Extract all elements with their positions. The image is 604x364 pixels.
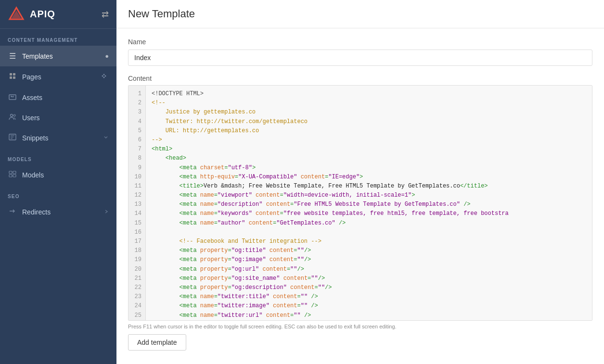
svg-rect-16 <box>13 171 16 174</box>
sidebar-item-snippets[interactable]: Snippets <box>0 128 116 148</box>
pages-icon <box>8 72 17 82</box>
content-area: Name Content 123456789101112131415161718… <box>116 28 604 364</box>
sidebar-header: APIQ ⇄ <box>0 0 116 29</box>
logo-area: APIQ <box>8 6 55 23</box>
svg-point-13 <box>13 114 15 116</box>
pages-sub-icon <box>99 73 109 81</box>
users-icon <box>8 113 17 122</box>
sidebar-item-snippets-label: Snippets <box>22 134 48 142</box>
sidebar: APIQ ⇄ CONTENT MANAGEMENT ☰ Templates ● … <box>0 0 116 364</box>
section-seo-label: SEO <box>0 185 116 202</box>
section-models-label: MODELS <box>0 148 116 165</box>
templates-arrow-icon: ● <box>105 52 109 60</box>
svg-rect-3 <box>13 73 15 75</box>
svg-point-7 <box>103 74 105 75</box>
logo-text: APIQ <box>30 9 55 20</box>
section-content-management-label: CONTENT MANAGEMENT <box>0 29 116 46</box>
svg-point-9 <box>103 77 105 78</box>
svg-rect-15 <box>9 171 12 174</box>
main-content: New Template Name Content 12345678910111… <box>116 0 604 364</box>
editor-footer: Press F11 when cursor is in the editor t… <box>128 321 592 334</box>
svg-point-11 <box>11 96 12 97</box>
svg-rect-4 <box>10 76 12 79</box>
content-label: Content <box>128 75 592 82</box>
redirects-arrow-icon <box>103 209 109 216</box>
add-template-button[interactable]: Add template <box>128 334 186 351</box>
line-numbers: 1234567891011121314151617181920212223242… <box>129 86 146 321</box>
snippets-arrow-icon <box>103 135 109 142</box>
page-title: New Template <box>128 8 592 20</box>
sidebar-toggle-icon[interactable]: ⇄ <box>102 9 109 20</box>
sidebar-item-pages[interactable]: Pages <box>0 66 116 88</box>
assets-icon <box>8 93 17 102</box>
sidebar-item-users-label: Users <box>22 114 40 122</box>
svg-point-6 <box>102 75 103 77</box>
redirects-icon <box>8 208 17 216</box>
name-label: Name <box>128 38 592 46</box>
models-icon <box>8 171 17 179</box>
sidebar-item-templates[interactable]: ☰ Templates ● <box>0 46 116 66</box>
svg-rect-5 <box>13 76 15 79</box>
svg-point-12 <box>11 114 13 117</box>
svg-point-8 <box>105 75 106 77</box>
sidebar-item-models[interactable]: Models <box>0 165 116 185</box>
code-content[interactable]: <!DOCTYPE HTML><!-- Justice by gettempla… <box>146 86 592 321</box>
logo-icon <box>8 6 25 23</box>
svg-rect-17 <box>9 175 12 177</box>
sidebar-item-assets-label: Assets <box>22 94 42 101</box>
code-editor[interactable]: 1234567891011121314151617181920212223242… <box>128 85 592 321</box>
page-header: New Template <box>116 0 604 28</box>
sidebar-item-pages-label: Pages <box>22 73 41 81</box>
sidebar-item-redirects[interactable]: Redirects <box>0 202 116 222</box>
svg-rect-10 <box>9 95 16 100</box>
sidebar-item-redirects-label: Redirects <box>22 208 51 216</box>
sidebar-item-models-label: Models <box>22 171 44 179</box>
sidebar-item-assets[interactable]: Assets <box>0 88 116 108</box>
svg-rect-18 <box>13 175 16 177</box>
templates-icon: ☰ <box>8 51 17 61</box>
sidebar-item-templates-label: Templates <box>22 52 53 60</box>
svg-rect-2 <box>10 73 12 75</box>
name-input[interactable] <box>128 50 592 66</box>
snippets-icon <box>8 134 17 142</box>
sidebar-item-users[interactable]: Users <box>0 108 116 128</box>
